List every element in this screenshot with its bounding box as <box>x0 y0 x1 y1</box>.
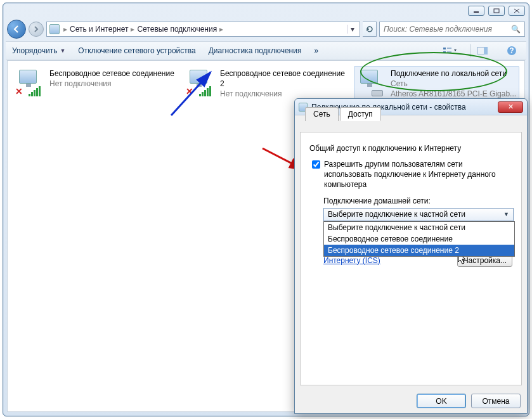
home-connection-label: Подключение домашней сети: <box>309 197 512 205</box>
search-input[interactable] <box>384 25 507 34</box>
combo-selected-text: Выберите подключение к частной сети <box>328 210 465 219</box>
refresh-button[interactable] <box>363 22 377 37</box>
combo-option[interactable]: Беспроводное сетевое соединение <box>324 233 514 245</box>
search-icon: 🔍 <box>511 25 521 34</box>
minimize-button[interactable] <box>468 6 484 16</box>
breadcrumb-seg1[interactable]: Сеть и Интернет <box>70 25 128 34</box>
wifi-icon: ✕ <box>186 68 216 96</box>
tab-sharing[interactable]: Доступ <box>340 107 381 121</box>
allow-sharing-checkbox[interactable] <box>312 160 320 169</box>
disconnected-icon: ✕ <box>186 86 193 96</box>
wifi-icon: ✕ <box>15 68 46 96</box>
organize-menu[interactable]: Упорядочить ▼ <box>12 46 65 55</box>
cancel-button[interactable]: Отмена <box>471 394 521 408</box>
maximize-button[interactable] <box>488 6 505 16</box>
disable-device-button[interactable]: Отключение сетевого устройства <box>78 46 195 55</box>
preview-pane-button[interactable] <box>470 44 491 58</box>
properties-dialog: Подключение по локальной сети - свойства… <box>294 98 528 414</box>
combo-option-highlighted[interactable]: Беспроводное сетевое соединение 2 <box>324 245 514 256</box>
location-icon <box>49 24 60 34</box>
connection-status: Сеть <box>391 79 517 89</box>
home-connection-combo[interactable]: Выберите подключение к частной сети ▼ Вы… <box>323 208 514 221</box>
svg-rect-4 <box>443 48 446 49</box>
breadcrumb[interactable]: ▸ Сеть и Интернет ▸ Сетевые подключения … <box>63 25 343 34</box>
back-button[interactable] <box>7 20 26 39</box>
help-button[interactable]: ? <box>503 44 520 58</box>
navigation-bar: ▸ Сеть и Интернет ▸ Сетевые подключения … <box>7 20 525 39</box>
address-dropdown-icon[interactable]: ▾ <box>347 25 357 34</box>
view-options-button[interactable] <box>441 44 458 58</box>
connection-name: Подключение по локальной сети <box>391 68 517 79</box>
disconnected-icon: ✕ <box>15 86 23 96</box>
svg-text:?: ? <box>509 46 514 55</box>
chevron-down-icon: ▼ <box>503 211 509 217</box>
svg-rect-5 <box>443 51 446 53</box>
connection-name: Беспроводное сетевое соединение 2 <box>220 68 346 89</box>
close-button[interactable] <box>509 6 525 16</box>
overflow-chevron-icon[interactable]: » <box>314 46 318 55</box>
diagnose-button[interactable]: Диагностика подключения <box>209 46 302 55</box>
connection-item-wifi1[interactable]: ✕ Беспроводное сетевое соединение Нет по… <box>13 66 178 102</box>
connection-item-wifi2[interactable]: ✕ Беспроводное сетевое соединение 2 Нет … <box>183 66 349 102</box>
address-bar[interactable]: ▸ Сеть и Интернет ▸ Сетевые подключения … <box>46 22 360 37</box>
toolbar: Упорядочить ▼ Отключение сетевого устрой… <box>6 41 526 60</box>
combo-option[interactable]: Выберите подключение к частной сети <box>324 222 514 233</box>
allow-sharing-label: Разрешить другим пользователям сети испо… <box>324 159 512 190</box>
ics-section-label: Общий доступ к подключению к Интернету <box>309 144 512 153</box>
chevron-down-icon: ▼ <box>60 48 65 54</box>
connection-status: Нет подключения <box>49 79 176 89</box>
combo-dropdown-list: Выберите подключение к частной сети Бесп… <box>323 221 515 257</box>
tab-network[interactable]: Сеть <box>305 107 339 121</box>
forward-button[interactable] <box>29 22 44 37</box>
window-controls <box>468 6 525 16</box>
breadcrumb-seg2[interactable]: Сетевые подключения <box>137 25 217 34</box>
connection-item-lan[interactable]: Подключение по локальной сети Сеть Ather… <box>354 66 519 102</box>
svg-rect-1 <box>494 9 499 13</box>
dialog-body: Общий доступ к подключению к Интернету Р… <box>300 132 522 385</box>
connection-name: Беспроводное сетевое соединение <box>49 68 176 79</box>
dialog-close-button[interactable]: ✕ <box>498 101 523 113</box>
ok-button[interactable]: OK <box>417 394 466 408</box>
search-box[interactable]: 🔍 <box>379 22 525 37</box>
svg-rect-9 <box>484 47 488 55</box>
lan-icon <box>356 68 387 96</box>
